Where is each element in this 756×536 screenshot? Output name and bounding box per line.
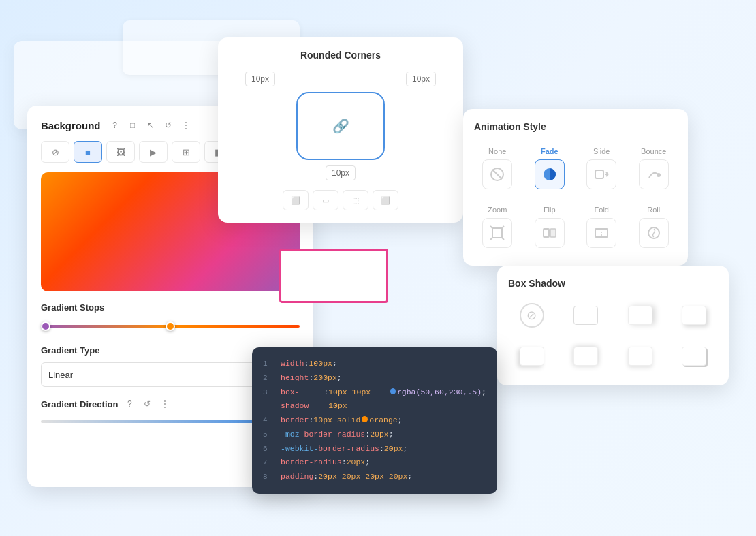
code-line-6: 6 -webkit- border-radius : 20px ; [263,442,486,456]
fill-image-btn[interactable]: 🖼 [106,141,135,163]
code-line-3: 3 box-shadow : 10px 10px 10px rgba(50,60… [263,385,486,413]
code-prop-5: border-radius [304,428,366,442]
corner-value-tl[interactable]: 10px [245,72,275,86]
fill-none-btn[interactable]: ⊘ [41,141,69,163]
shadow-br-box [682,306,706,325]
anim-item-slide[interactable]: Slide [578,142,625,195]
shape-btn-2[interactable]: ▭ [313,190,338,210]
anim-icon-none [482,159,512,189]
gradient-stops-row [41,319,300,333]
anim-label-roll: Roll [647,206,660,214]
anim-icon-zoom [482,218,512,248]
color-dot-blue [390,388,396,394]
shadow-slight[interactable] [616,339,664,373]
stop-handle-orange[interactable] [166,321,175,331]
header-icons: ? □ ↖ ↺ ⋮ [109,119,192,131]
shape-btn-4[interactable]: ⬜ [373,190,398,210]
code-prop-7: border-radius [281,456,342,470]
shape-btn-1[interactable]: ⬜ [283,190,309,210]
shadow-right[interactable] [616,298,664,332]
fill-pattern-btn[interactable]: ⊞ [172,141,200,163]
shadow-corner[interactable] [671,339,719,373]
code-val-3a: 10px 10px 10px [328,385,389,413]
line-num-5: 5 [263,428,275,442]
shape-btn-3[interactable]: ⬚ [343,190,368,210]
animation-style-panel: Animation Style None Fade Slide Bounce [463,109,688,266]
anim-item-fold[interactable]: Fold [578,200,625,253]
help-icon[interactable]: ? [109,119,121,131]
anim-item-zoom[interactable]: Zoom [474,200,521,253]
code-val-2: 200px [313,371,337,385]
box-shadow-title: Box Shadow [508,278,718,289]
svg-rect-14 [550,229,556,237]
corner-value-tr[interactable]: 10px [406,72,436,86]
direction-help-icon[interactable]: ? [123,398,136,410]
stop-handle-purple[interactable] [41,321,50,331]
code-val-7: 20px [347,456,366,470]
anim-label-flip: Flip [544,206,556,214]
gradient-stops-label: Gradient Stops [41,302,300,313]
code-kw-5: -moz- [281,428,304,442]
svg-line-11 [490,237,493,240]
cursor-icon[interactable]: ↖ [144,119,157,131]
line-num-6: 6 [263,443,275,456]
shadow-bottom-right[interactable] [671,298,719,332]
fill-solid-btn[interactable]: ■ [74,141,102,163]
shadow-flat[interactable] [563,298,610,332]
anim-item-fade[interactable]: Fade [526,142,573,195]
corner-value-bottom[interactable]: 10px [326,165,356,180]
direction-reset-icon[interactable]: ↺ [141,398,153,410]
anim-label-slide: Slide [593,147,610,155]
shadow-center-box [573,347,598,366]
direction-track[interactable] [41,420,266,423]
code-line-8: 8 padding : 20px 20px 20px 20px ; [263,470,486,484]
anim-icon-roll [639,218,669,248]
code-val-8: 20px 20px 20px 20px [318,470,407,484]
code-val-5: 20px [370,428,389,442]
gradient-type-value: Linear [48,370,73,380]
anim-icon-bounce [639,159,669,189]
box-shadow-panel: Box Shadow ⊘ [497,266,729,385]
anim-item-none[interactable]: None [474,142,521,195]
anim-label-zoom: Zoom [488,206,507,214]
shadow-slight-box [628,347,652,366]
shadow-bottom-left[interactable] [508,339,556,373]
animation-grid: None Fade Slide Bounce Z [474,142,677,253]
layer-icon[interactable]: □ [127,119,139,131]
svg-rect-8 [492,228,502,238]
anim-label-none: None [488,147,506,155]
anim-item-flip[interactable]: Flip [526,200,573,253]
corners-top-row: 10px 10px [232,72,450,86]
shadow-none[interactable]: ⊘ [508,298,556,332]
fill-video-btn[interactable]: ▶ [139,141,168,163]
code-prop-1: width [281,357,304,371]
code-val-1: 100px [309,357,332,371]
undo-icon[interactable]: ↺ [162,119,174,131]
color-dot-orange [362,416,368,422]
code-kw-6: -webkit- [281,442,318,456]
anim-item-roll[interactable]: Roll [631,200,678,253]
more-icon[interactable]: ⋮ [180,119,192,131]
animation-style-title: Animation Style [474,121,677,132]
code-val-4b: orange [369,413,397,428]
line-num-3: 3 [263,386,275,400]
code-prop-6: border-radius [318,442,379,456]
direction-more-icon[interactable]: ⋮ [159,398,171,410]
shadow-center[interactable] [563,339,610,373]
code-line-4: 4 border : 10px solid orange ; [263,413,486,428]
shadow-grid: ⊘ [508,298,718,373]
anim-label-fade: Fade [541,147,558,155]
stops-track[interactable] [41,325,300,328]
svg-rect-3 [595,170,603,178]
line-num-1: 1 [263,358,275,371]
svg-line-9 [490,226,493,229]
code-line-5: 5 -moz- border-radius : 20px ; [263,428,486,442]
shadow-bl-box [520,347,544,366]
code-val-4a: 10px solid [313,413,360,428]
code-prop-4: border [281,413,309,428]
anim-item-bounce[interactable]: Bounce [631,142,678,195]
code-val-3b: rgba(50,60,230,.5) [397,385,482,400]
shadow-right-box [628,306,652,325]
extra-icons-row: ⬜ ▭ ⬚ ⬜ [232,190,450,210]
panel-title: Background [41,120,101,131]
